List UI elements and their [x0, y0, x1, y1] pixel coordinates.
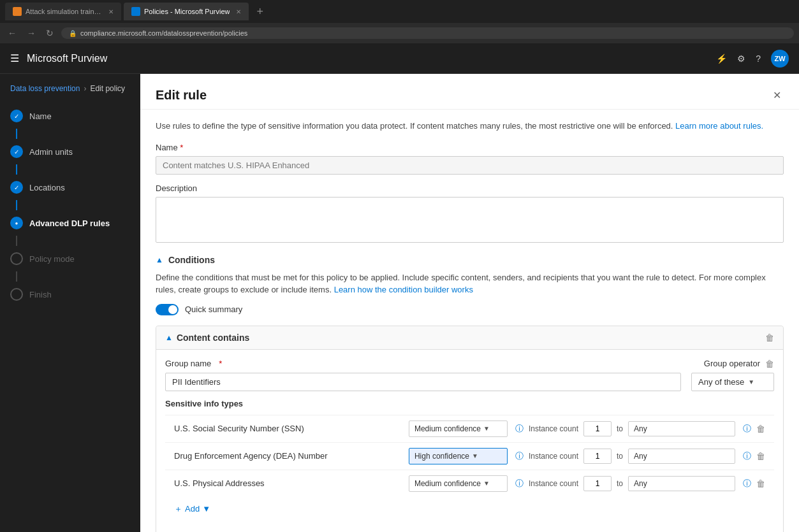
back-button[interactable]: ← — [5, 25, 19, 41]
group-1-operator-label: Group operator — [704, 359, 760, 368]
step-label-admin: Admin units — [29, 147, 73, 157]
info-icon-3[interactable]: ⓘ — [515, 478, 524, 489]
info-type-delete-2[interactable]: 🗑 — [756, 451, 765, 461]
instance-to-3[interactable] — [628, 476, 735, 491]
step-advanced-dlp[interactable]: ● Advanced DLP rules — [0, 210, 140, 236]
add-row: ＋ Add ▼ — [165, 497, 774, 521]
main-layout: Data loss prevention › Edit policy ✓ Nam… — [0, 74, 799, 532]
add-button[interactable]: ＋ Add ▼ — [174, 503, 210, 515]
confidence-select-3[interactable]: Medium confidence ▼ — [409, 475, 508, 492]
to-label-1: to — [617, 424, 623, 433]
confidence-select-1[interactable]: Medium confidence ▼ — [409, 421, 508, 437]
step-circle-admin: ✓ — [10, 145, 23, 158]
add-chevron-icon: ▼ — [202, 504, 210, 514]
instance-to-1[interactable] — [628, 421, 735, 436]
condition-builder-link[interactable]: Learn how the condition builder works — [334, 285, 473, 294]
forward-button[interactable]: → — [24, 25, 38, 41]
group-1-delete-icon[interactable]: 🗑 — [765, 359, 774, 369]
info-type-delete-1[interactable]: 🗑 — [756, 424, 765, 434]
content-contains-chevron[interactable]: ▲ — [165, 333, 173, 342]
menu-icon[interactable]: ☰ — [10, 52, 19, 64]
group-1-operator-select[interactable]: Any of these ▼ — [691, 373, 774, 391]
breadcrumb-parent[interactable]: Data loss prevention — [10, 84, 80, 93]
refresh-button[interactable]: ↻ — [43, 25, 56, 41]
browser-chrome: Attack simulation training - M... ✕ Poli… — [0, 0, 799, 23]
connector-5 — [16, 271, 17, 282]
edit-rule-panel: Edit rule ✕ Use rules to define the type… — [140, 74, 799, 532]
tab-favicon-2 — [131, 7, 140, 16]
step-locations[interactable]: ✓ Locations — [0, 175, 140, 200]
description-textarea[interactable] — [156, 197, 784, 243]
instance-info-icon-3[interactable]: ⓘ — [743, 478, 751, 489]
step-circle-dlp: ● — [10, 217, 23, 229]
connector-2 — [16, 164, 17, 175]
content-contains-title: ▲ Content contains — [165, 333, 249, 343]
instance-from-2[interactable] — [583, 449, 612, 464]
info-type-delete-3[interactable]: 🗑 — [756, 478, 765, 489]
step-name[interactable]: ✓ Name — [0, 103, 140, 129]
new-tab-button[interactable]: + — [251, 5, 268, 18]
confidence-arrow-1: ▼ — [483, 425, 490, 432]
content-contains-header: ▲ Content contains 🗑 — [156, 326, 783, 350]
panel-title: Edit rule — [156, 88, 207, 103]
instance-from-3[interactable] — [583, 476, 612, 491]
browser-nav: ← → ↻ 🔒 compliance.microsoft.com/datalos… — [0, 23, 799, 43]
tab-close-1[interactable]: ✕ — [108, 8, 114, 15]
breadcrumb-current: Edit policy — [90, 84, 125, 93]
name-label: Name * — [156, 143, 784, 152]
conditions-chevron[interactable]: ▲ — [156, 255, 163, 264]
name-input[interactable] — [156, 156, 784, 175]
tab-2[interactable]: Policies - Microsoft Purview ✕ — [124, 3, 249, 20]
quick-summary-toggle[interactable] — [156, 304, 179, 315]
app-header: ☰ Microsoft Purview ⚡ ⚙ ? ZW — [0, 43, 799, 74]
instance-from-1[interactable] — [583, 421, 612, 436]
info-icon-2[interactable]: ⓘ — [515, 450, 524, 462]
help-icon[interactable]: ? — [756, 54, 761, 64]
group-1-box: Group name * Group operator 🗑 Any — [156, 350, 783, 530]
close-button[interactable]: ✕ — [770, 87, 784, 104]
step-admin-units[interactable]: ✓ Admin units — [0, 139, 140, 164]
tab-1[interactable]: Attack simulation training - M... ✕ — [5, 3, 121, 20]
group-1-operator-arrow: ▼ — [748, 378, 754, 385]
app-shell: ☰ Microsoft Purview ⚡ ⚙ ? ZW Data loss p… — [0, 43, 799, 532]
avatar[interactable]: ZW — [771, 50, 789, 68]
step-finish[interactable]: Finish — [0, 282, 140, 307]
info-icon-1[interactable]: ⓘ — [515, 423, 524, 435]
required-indicator: * — [180, 143, 183, 152]
tab-favicon-1 — [13, 7, 22, 16]
quick-summary-label: Quick summary — [185, 305, 242, 314]
step-label-locations: Locations — [29, 183, 65, 192]
to-label-2: to — [617, 452, 623, 461]
step-circle-finish — [10, 288, 23, 301]
connect-icon[interactable]: ⚡ — [716, 54, 727, 64]
step-policy-mode[interactable]: Policy mode — [0, 246, 140, 271]
content-contains-delete-icon[interactable]: 🗑 — [765, 333, 774, 343]
to-label-3: to — [617, 479, 623, 488]
name-field-group: Name * — [156, 143, 784, 175]
toggle-thumb — [168, 305, 177, 314]
group-1-name-label: Group name — [165, 359, 211, 368]
breadcrumb: Data loss prevention › Edit policy — [0, 84, 140, 103]
app-title: Microsoft Purview — [27, 53, 107, 64]
connector-1 — [16, 129, 17, 139]
group-1-required: * — [219, 359, 222, 368]
learn-more-link[interactable]: Learn more about rules. — [675, 121, 763, 131]
sidebar: Data loss prevention › Edit policy ✓ Nam… — [0, 74, 140, 532]
group-1-name-input[interactable] — [165, 373, 681, 391]
group-1-operator-section: Group operator 🗑 — [704, 359, 774, 369]
step-circle-locations: ✓ — [10, 181, 23, 194]
confidence-arrow-2: ▼ — [472, 452, 478, 459]
step-label-name: Name — [29, 111, 52, 121]
instance-to-2[interactable] — [628, 449, 735, 464]
step-label-policy: Policy mode — [29, 254, 75, 264]
step-label-dlp: Advanced DLP rules — [29, 219, 110, 228]
info-type-name-2: Drug Enforcement Agency (DEA) Number — [174, 451, 404, 461]
instance-info-icon-2[interactable]: ⓘ — [743, 450, 751, 462]
settings-icon[interactable]: ⚙ — [737, 54, 745, 64]
confidence-select-2[interactable]: High confidence ▼ — [409, 448, 508, 464]
tab-close-2[interactable]: ✕ — [236, 8, 241, 15]
group-1-sensitive-label: Sensitive info types — [165, 399, 774, 408]
instance-info-icon-1[interactable]: ⓘ — [743, 423, 751, 435]
plus-icon: ＋ — [174, 503, 182, 515]
address-bar[interactable]: 🔒 compliance.microsoft.com/datalosspreve… — [61, 27, 794, 39]
